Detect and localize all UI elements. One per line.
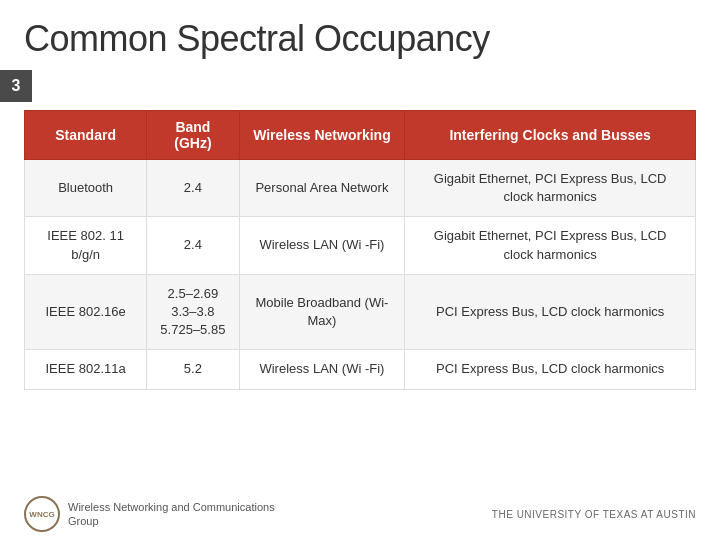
table-row: Bluetooth2.4Personal Area NetworkGigabit…	[25, 160, 696, 217]
table-row: IEEE 802.11a5.2Wireless LAN (Wi -Fi)PCI …	[25, 350, 696, 389]
cell-wireless: Wireless LAN (Wi -Fi)	[239, 217, 405, 274]
col-band: Band (GHz)	[147, 111, 239, 160]
cell-standard: Bluetooth	[25, 160, 147, 217]
slide-page: Common Spectral Occupancy 3 Standard Ban…	[0, 0, 720, 540]
cell-interfering: Gigabit Ethernet, PCI Express Bus, LCD c…	[405, 217, 696, 274]
table-header-row: Standard Band (GHz) Wireless Networking …	[25, 111, 696, 160]
footer-org-name: Wireless Networking and CommunicationsGr…	[68, 500, 275, 529]
wncg-logo-icon: WNCG	[24, 496, 60, 532]
cell-wireless: Mobile Broadband (Wi-Max)	[239, 274, 405, 350]
spectral-table: Standard Band (GHz) Wireless Networking …	[24, 110, 696, 390]
cell-band: 5.2	[147, 350, 239, 389]
footer-left: WNCG Wireless Networking and Communicati…	[24, 496, 275, 532]
cell-standard: IEEE 802.11a	[25, 350, 147, 389]
university-name: THE UNIVERSITY OF TEXAS AT AUSTIN	[492, 509, 696, 520]
cell-wireless: Personal Area Network	[239, 160, 405, 217]
col-wireless: Wireless Networking	[239, 111, 405, 160]
cell-interfering: Gigabit Ethernet, PCI Express Bus, LCD c…	[405, 160, 696, 217]
cell-interfering: PCI Express Bus, LCD clock harmonics	[405, 274, 696, 350]
slide-number: 3	[0, 70, 32, 102]
slide-header: Common Spectral Occupancy	[0, 0, 720, 70]
cell-wireless: Wireless LAN (Wi -Fi)	[239, 350, 405, 389]
cell-standard: IEEE 802.16e	[25, 274, 147, 350]
main-content: Standard Band (GHz) Wireless Networking …	[0, 110, 720, 490]
cell-standard: IEEE 802. 11 b/g/n	[25, 217, 147, 274]
cell-interfering: PCI Express Bus, LCD clock harmonics	[405, 350, 696, 389]
wncg-acronym: WNCG	[29, 510, 54, 519]
table-row: IEEE 802.16e2.5–2.693.3–3.85.725–5.85Mob…	[25, 274, 696, 350]
cell-band: 2.5–2.693.3–3.85.725–5.85	[147, 274, 239, 350]
col-standard: Standard	[25, 111, 147, 160]
slide-title: Common Spectral Occupancy	[24, 18, 696, 60]
slide-number-container: 3	[0, 70, 720, 102]
cell-band: 2.4	[147, 217, 239, 274]
cell-band: 2.4	[147, 160, 239, 217]
col-interfering: Interfering Clocks and Busses	[405, 111, 696, 160]
table-row: IEEE 802. 11 b/g/n2.4Wireless LAN (Wi -F…	[25, 217, 696, 274]
slide-footer: WNCG Wireless Networking and Communicati…	[0, 490, 720, 540]
